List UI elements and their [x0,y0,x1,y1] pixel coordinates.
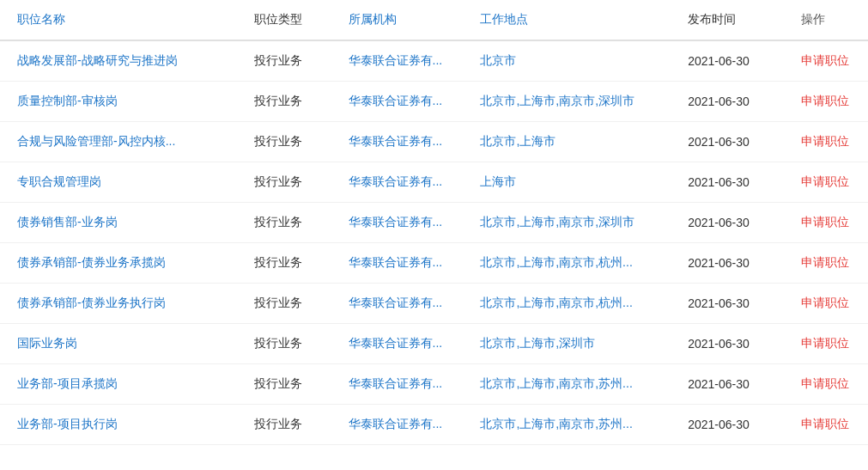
job-date: 2021-06-30 [679,122,792,162]
table-row: 债券承销部-债券业务执行岗投行业务华泰联合证券有...北京市,上海市,南京市,杭… [0,284,868,324]
job-location: 北京市 [471,40,679,82]
apply-button[interactable]: 申请职位 [801,94,849,107]
job-org[interactable]: 华泰联合证券有... [340,324,472,364]
header-type: 职位类型 [246,0,340,40]
apply-button[interactable]: 申请职位 [801,215,849,229]
job-date: 2021-06-30 [679,40,792,82]
job-title[interactable]: 国际业务岗 [0,324,246,364]
job-type: 投行业务 [246,122,340,162]
table-row: 债券承销部-债券业务承揽岗投行业务华泰联合证券有...北京市,上海市,南京市,杭… [0,243,868,284]
table-row: 国际业务岗投行业务华泰联合证券有...北京市,上海市,深圳市2021-06-30… [0,324,868,364]
header-org: 所属机构 [340,0,472,40]
apply-button[interactable]: 申请职位 [801,255,849,269]
job-org[interactable]: 华泰联合证券有... [340,40,472,82]
job-date: 2021-06-30 [679,364,792,405]
job-table: 职位名称 职位类型 所属机构 工作地点 发布时间 操作 战略发展部-战略研究与推… [0,0,868,445]
header-location: 工作地点 [471,0,679,40]
job-org[interactable]: 华泰联合证券有... [340,405,472,445]
job-type: 投行业务 [246,203,340,243]
table-header: 职位名称 职位类型 所属机构 工作地点 发布时间 操作 [0,0,868,40]
table-row: 战略发展部-战略研究与推进岗投行业务华泰联合证券有...北京市2021-06-3… [0,40,868,82]
job-action[interactable]: 申请职位 [792,40,868,82]
job-action[interactable]: 申请职位 [792,122,868,162]
job-action[interactable]: 申请职位 [792,203,868,243]
job-type: 投行业务 [246,82,340,122]
job-action[interactable]: 申请职位 [792,284,868,324]
job-title[interactable]: 专职合规管理岗 [0,162,246,203]
table-row: 质量控制部-审核岗投行业务华泰联合证券有...北京市,上海市,南京市,深圳市20… [0,82,868,122]
job-action[interactable]: 申请职位 [792,405,868,445]
job-location: 北京市,上海市,南京市,杭州... [471,243,679,284]
job-org[interactable]: 华泰联合证券有... [340,364,472,405]
job-location: 北京市,上海市,南京市,苏州... [471,364,679,405]
job-action[interactable]: 申请职位 [792,162,868,203]
job-location: 北京市,上海市,南京市,深圳市 [471,203,679,243]
job-title[interactable]: 债券销售部-业务岗 [0,203,246,243]
job-location: 北京市,上海市,深圳市 [471,324,679,364]
job-location: 北京市,上海市,南京市,苏州... [471,405,679,445]
job-date: 2021-06-30 [679,82,792,122]
job-title[interactable]: 合规与风险管理部-风控内核... [0,122,246,162]
job-org[interactable]: 华泰联合证券有... [340,82,472,122]
job-location: 北京市,上海市,南京市,深圳市 [471,82,679,122]
job-org[interactable]: 华泰联合证券有... [340,243,472,284]
job-table-container: 职位名称 职位类型 所属机构 工作地点 发布时间 操作 战略发展部-战略研究与推… [0,0,868,445]
job-title[interactable]: 战略发展部-战略研究与推进岗 [0,40,246,82]
job-date: 2021-06-30 [679,162,792,203]
header-title: 职位名称 [0,0,246,40]
job-action[interactable]: 申请职位 [792,82,868,122]
apply-button[interactable]: 申请职位 [801,336,849,350]
job-type: 投行业务 [246,243,340,284]
job-type: 投行业务 [246,284,340,324]
table-row: 债券销售部-业务岗投行业务华泰联合证券有...北京市,上海市,南京市,深圳市20… [0,203,868,243]
job-type: 投行业务 [246,364,340,405]
job-location: 北京市,上海市 [471,122,679,162]
job-title[interactable]: 业务部-项目执行岗 [0,405,246,445]
header-date: 发布时间 [679,0,792,40]
table-row: 业务部-项目执行岗投行业务华泰联合证券有...北京市,上海市,南京市,苏州...… [0,405,868,445]
job-action[interactable]: 申请职位 [792,364,868,405]
apply-button[interactable]: 申请职位 [801,134,849,148]
job-org[interactable]: 华泰联合证券有... [340,162,472,203]
job-org[interactable]: 华泰联合证券有... [340,284,472,324]
job-date: 2021-06-30 [679,405,792,445]
job-title[interactable]: 债券承销部-债券业务执行岗 [0,284,246,324]
job-action[interactable]: 申请职位 [792,324,868,364]
table-row: 业务部-项目承揽岗投行业务华泰联合证券有...北京市,上海市,南京市,苏州...… [0,364,868,405]
job-org[interactable]: 华泰联合证券有... [340,203,472,243]
job-date: 2021-06-30 [679,243,792,284]
job-location: 北京市,上海市,南京市,杭州... [471,284,679,324]
job-type: 投行业务 [246,162,340,203]
job-date: 2021-06-30 [679,203,792,243]
job-type: 投行业务 [246,40,340,82]
header-row: 职位名称 职位类型 所属机构 工作地点 发布时间 操作 [0,0,868,40]
job-date: 2021-06-30 [679,284,792,324]
header-action: 操作 [792,0,868,40]
apply-button[interactable]: 申请职位 [801,296,849,309]
job-location: 上海市 [471,162,679,203]
job-title[interactable]: 债券承销部-债券业务承揽岗 [0,243,246,284]
job-action[interactable]: 申请职位 [792,243,868,284]
table-body: 战略发展部-战略研究与推进岗投行业务华泰联合证券有...北京市2021-06-3… [0,40,868,445]
apply-button[interactable]: 申请职位 [801,174,849,188]
job-type: 投行业务 [246,405,340,445]
apply-button[interactable]: 申请职位 [801,417,849,430]
job-org[interactable]: 华泰联合证券有... [340,122,472,162]
apply-button[interactable]: 申请职位 [801,376,849,390]
job-title[interactable]: 业务部-项目承揽岗 [0,364,246,405]
apply-button[interactable]: 申请职位 [801,53,849,67]
table-row: 专职合规管理岗投行业务华泰联合证券有...上海市2021-06-30申请职位 [0,162,868,203]
job-date: 2021-06-30 [679,324,792,364]
job-type: 投行业务 [246,324,340,364]
table-row: 合规与风险管理部-风控内核...投行业务华泰联合证券有...北京市,上海市202… [0,122,868,162]
job-title[interactable]: 质量控制部-审核岗 [0,82,246,122]
